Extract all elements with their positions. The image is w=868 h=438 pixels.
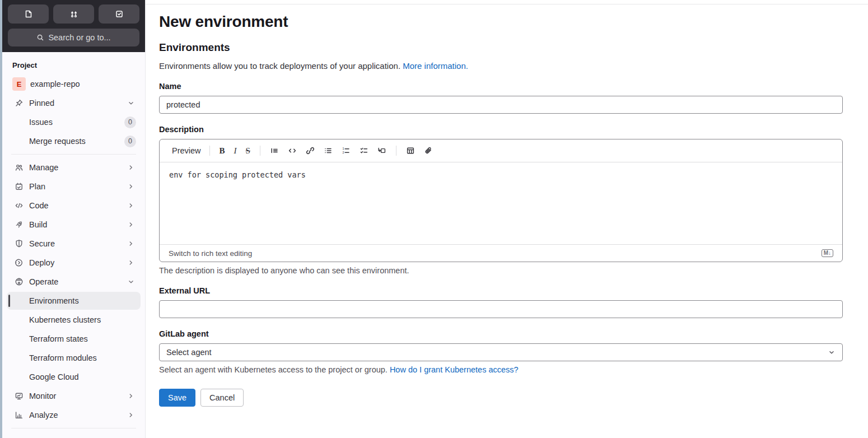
markdown-editor: Preview B I S [159,139,843,262]
main-content: New environment Environments Environment… [146,0,868,438]
sidebar-item-terraform-modules[interactable]: Terraform modules [7,349,141,367]
issues-shortcut-button[interactable] [8,4,49,24]
gitlab-agent-label: GitLab agent [159,329,843,338]
sidebar-item-manage[interactable]: Manage [7,159,141,176]
kubernetes-access-link[interactable]: How do I grant Kubernetes access? [390,365,519,374]
chevron-right-icon [127,259,135,267]
italic-button[interactable]: I [232,144,239,158]
intro-text: Environments allow you to track deployme… [159,61,400,71]
cancel-button[interactable]: Cancel [200,389,244,407]
switch-rich-text-link[interactable]: Switch to rich text editing [169,249,252,258]
preview-tab[interactable]: Preview [169,144,204,157]
toolbar-divider [209,146,210,156]
agent-select[interactable]: Select agent [159,343,843,361]
monitor-icon [15,392,24,400]
svg-text:1: 1 [343,147,344,150]
sidebar-item-operate[interactable]: Operate [7,273,141,291]
sidebar-item-label: Merge requests [29,137,124,146]
sidebar-item-kubernetes-clusters[interactable]: Kubernetes clusters [7,311,141,329]
name-input[interactable] [159,96,843,114]
description-help-text: The description is displayed to anyone w… [159,266,843,275]
bold-button[interactable]: B [217,144,227,158]
editor-content: env for scoping protected vars [160,162,842,244]
numbered-list-button[interactable]: 12 [339,144,353,157]
markdown-icon[interactable]: M↓ [822,249,833,257]
deploy-icon [15,258,24,267]
sidebar-item-environments[interactable]: Environments [7,292,141,310]
sidebar-item-deploy[interactable]: Deploy [7,254,141,272]
sidebar: Search or go to... Project E example-rep… [2,0,146,438]
sidebar-item-terraform-states[interactable]: Terraform states [7,330,141,348]
sidebar-item-project[interactable]: E example-repo [7,75,141,93]
users-icon [15,163,24,172]
sidebar-item-issues[interactable]: Issues 0 [7,113,141,131]
task-list-button[interactable] [357,144,371,157]
table-button[interactable] [404,144,417,157]
link-button[interactable] [304,144,317,157]
sidebar-item-build[interactable]: Build [7,216,141,234]
sidebar-header: Search or go to... [2,0,145,52]
name-label: Name [159,82,843,91]
todo-shortcut-button[interactable] [99,4,139,24]
section-title: Environments [159,41,843,54]
description-label: Description [159,125,843,134]
project-avatar: E [12,77,26,91]
chevron-right-icon [127,221,135,229]
sidebar-item-label: Kubernetes clusters [29,315,136,324]
sidebar-item-merge-requests[interactable]: Merge requests 0 [7,132,141,150]
sidebar-item-pinned[interactable]: Pinned [7,94,141,112]
sidebar-item-label: Plan [29,182,127,191]
more-information-link[interactable]: More information. [403,61,468,71]
save-button[interactable]: Save [159,389,195,407]
sidebar-item-label: Google Cloud [29,372,136,381]
external-url-input[interactable] [159,300,843,318]
count-badge: 0 [124,117,136,128]
attach-file-button[interactable] [422,144,435,157]
link-icon [306,146,315,155]
chevron-right-icon [127,411,135,419]
bulleted-list-button[interactable] [321,144,335,157]
quote-button[interactable] [268,144,281,157]
bold-icon: B [220,146,225,156]
code-icon [288,146,297,155]
toolbar-divider [260,146,260,156]
rocket-icon [15,220,24,229]
sidebar-item-code[interactable]: Code [7,197,141,215]
attach-file-icon [424,146,433,155]
project-name: example-repo [30,80,136,88]
sidebar-item-label: Manage [29,163,127,172]
sidebar-item-label: Deploy [29,258,127,267]
sidebar-body: Project E example-repo Pinned Issues 0 M… [2,52,145,438]
toolbar-divider [396,146,396,156]
chart-icon [15,411,24,420]
numbered-list-icon: 12 [342,146,351,155]
description-textarea[interactable]: env for scoping protected vars [160,162,842,244]
search-input[interactable]: Search or go to... [8,29,139,46]
sidebar-item-secure[interactable]: Secure [7,235,141,253]
divider [11,154,136,155]
code-icon [15,201,24,210]
sidebar-item-label: Code [29,201,127,210]
strikethrough-icon: S [246,146,250,156]
sidebar-item-monitor[interactable]: Monitor [7,387,141,405]
quote-icon [270,146,279,155]
sidebar-item-label: Operate [29,277,127,286]
agent-select-value: Select agent [166,348,212,357]
todo-icon [115,10,124,18]
pin-icon [15,99,24,108]
collapsible-section-button[interactable] [375,144,389,157]
count-badge: 0 [124,136,136,147]
sidebar-item-label: Pinned [29,99,127,108]
divider [11,428,136,428]
chevron-right-icon [127,392,135,400]
chevron-right-icon [127,202,135,209]
sidebar-item-plan[interactable]: Plan [7,178,141,195]
merge-requests-shortcut-button[interactable] [53,4,94,24]
strikethrough-button[interactable]: S [244,144,253,158]
code-button[interactable] [286,144,299,157]
sidebar-item-google-cloud[interactable]: Google Cloud [7,368,141,386]
shield-icon [15,239,24,248]
italic-icon: I [234,146,237,156]
collapsible-section-icon [377,146,386,155]
sidebar-item-analyze[interactable]: Analyze [7,406,141,424]
